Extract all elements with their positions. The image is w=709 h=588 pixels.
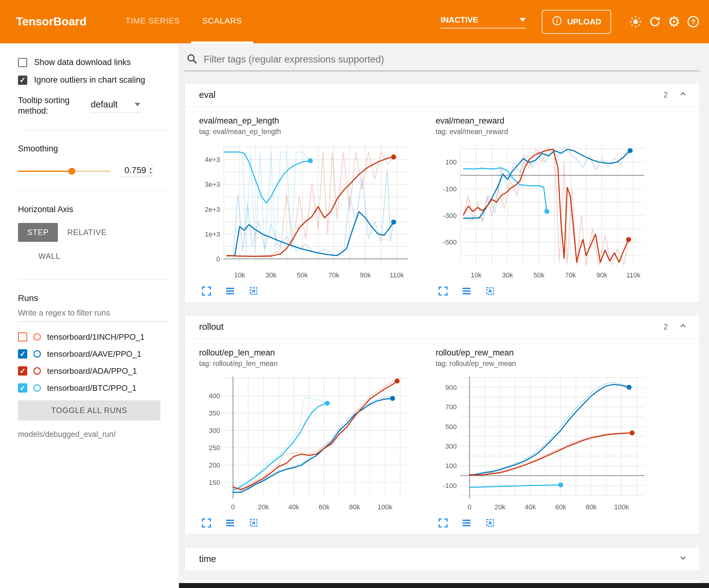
axis-relative-button[interactable]: RELATIVE [58,223,116,242]
expand-chart-icon[interactable] [200,285,213,297]
chart-canvas[interactable]: .tick{font:22px "Liberation Sans",sans-s… [199,372,416,514]
divider [18,130,169,130]
run-checkbox[interactable]: ✓ [18,332,27,341]
svg-text:300: 300 [209,427,220,434]
card-count: 2 [663,91,668,99]
upload-button[interactable]: UPLOAD [542,10,611,34]
run-color-swatch[interactable] [33,384,41,392]
refresh-icon[interactable] [645,12,664,31]
help-icon[interactable]: ? [684,12,703,31]
ignore-outliers-checkbox[interactable]: ✓ [18,76,27,85]
expand-chart-icon[interactable] [200,517,213,529]
ignore-outliers-label: Ignore outliers in chart scaling [34,75,145,85]
run-checkbox[interactable]: ✓ [18,366,27,376]
smoothing-value[interactable]: 0.759 [121,165,148,175]
run-checkbox[interactable]: ✓ [18,349,27,359]
fit-domain-icon[interactable] [247,517,260,529]
chart-tag: tag: rollout/ep_rew_mean [436,359,652,368]
expand-chart-icon[interactable] [437,517,449,529]
run-color-swatch[interactable] [33,350,41,358]
runs-table-icon[interactable] [224,517,236,529]
filter-tags-row [185,51,700,71]
svg-text:110k: 110k [626,271,640,279]
svg-text:100: 100 [445,158,457,166]
card-title: eval [199,90,215,100]
card-time: time [185,547,700,571]
smoothing-label: Smoothing [18,144,169,154]
tab-scalars[interactable]: SCALARS [191,0,253,43]
svg-text:70k: 70k [329,271,340,279]
svg-text:-500: -500 [443,238,457,246]
axis-step-button[interactable]: STEP [18,223,58,242]
fit-domain-icon[interactable] [247,285,260,297]
chart-eval-mean-ep-length: eval/mean_ep_length tag: eval/mean_ep_le… [199,116,416,297]
svg-text:900: 900 [445,384,457,391]
tooltip-sorting-select[interactable]: default [91,99,140,112]
status-dropdown[interactable]: INACTIVE [441,15,526,28]
ignore-outliers-row[interactable]: ✓ Ignore outliers in chart scaling [18,75,169,85]
show-download-links-checkbox[interactable]: ✓ [18,58,27,67]
search-icon [186,53,198,66]
axis-wall-button[interactable]: WALL [29,247,70,266]
fit-domain-icon[interactable] [484,517,496,529]
svg-text:500: 500 [445,423,457,431]
expand-chart-icon[interactable] [437,285,449,297]
run-row: ✓ tensorboard/BTC/PPO_1 [18,383,169,393]
run-name: tensorboard/1INCH/PPO_1 [47,332,145,342]
card-time-header[interactable]: time [185,547,700,571]
smoothing-slider-thumb[interactable] [69,168,75,175]
chart-title: eval/mean_ep_length [199,116,416,126]
run-row: ✓ tensorboard/1INCH/PPO_1 [18,332,169,342]
chart-title: rollout/ep_rew_mean [436,348,652,358]
card-rollout-header[interactable]: rollout 2 [185,315,700,339]
svg-text:?: ? [691,18,695,26]
smoothing-value-field[interactable]: 0.759 ▴▾ [121,165,153,177]
runs-table-icon[interactable] [224,285,236,297]
svg-text:40k: 40k [525,503,536,511]
run-color-swatch[interactable] [33,333,41,340]
card-eval: eval 2 eval/mean_ep_length tag: eval/mea… [185,83,700,303]
info-icon [552,16,562,28]
brightness-icon[interactable] [626,12,645,31]
svg-text:100: 100 [445,462,457,470]
chart-canvas[interactable]: .tick{font:22px "Liberation Sans",sans-s… [199,140,416,282]
card-title: rollout [199,322,224,332]
svg-text:20k: 20k [494,503,506,511]
chart-tag: tag: eval/mean_reward [436,128,652,136]
smoothing-slider[interactable] [18,167,111,176]
chart-tag: tag: rollout/ep_len_mean [199,359,416,368]
card-rollout: rollout 2 rollout/ep_len_mean tag: rollo… [185,315,700,534]
card-eval-header[interactable]: eval 2 [185,83,700,107]
smoothing-stepper[interactable]: ▴▾ [148,165,153,176]
svg-text:0: 0 [231,503,235,511]
svg-text:60k: 60k [319,503,330,511]
svg-text:100k: 100k [614,503,629,511]
chevron-up-icon[interactable] [678,321,688,333]
runs-table-icon[interactable] [461,517,473,529]
chart-title: eval/mean_reward [436,116,652,126]
tab-time-series[interactable]: TIME SERIES [114,0,191,43]
chevron-down-icon[interactable] [678,553,688,565]
divider [18,279,169,280]
settings-gear-icon[interactable]: ⚙ [664,12,684,31]
run-checkbox[interactable]: ✓ [18,383,27,393]
chart-canvas[interactable]: .tick{font:22px "Liberation Sans",sans-s… [436,372,652,514]
run-color-swatch[interactable] [33,367,41,375]
filter-tags-input[interactable] [204,54,699,65]
runs-table-icon[interactable] [461,285,473,297]
chevron-up-icon[interactable] [678,89,688,101]
svg-text:10k: 10k [471,271,482,279]
svg-text:2e+3: 2e+3 [205,206,220,213]
svg-text:20k: 20k [258,503,269,511]
show-download-links-row[interactable]: ✓ Show data download links [18,58,169,67]
svg-text:-100: -100 [443,482,457,489]
chart-canvas[interactable]: .tick{font:22px "Liberation Sans",sans-s… [436,140,652,282]
tooltip-sorting-label: Tooltip sorting method: [18,95,81,117]
toggle-all-runs-button[interactable]: TOGGLE ALL RUNS [18,400,160,420]
upload-button-label: UPLOAD [567,17,601,27]
svg-text:200: 200 [209,461,220,469]
svg-text:40k: 40k [288,503,299,511]
fit-domain-icon[interactable] [484,285,496,297]
svg-text:50k: 50k [533,271,545,279]
runs-filter-input[interactable] [18,303,169,322]
